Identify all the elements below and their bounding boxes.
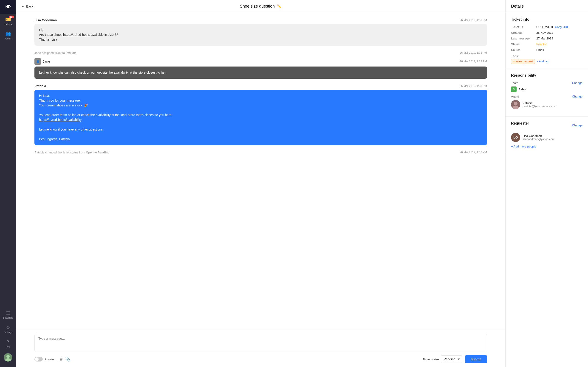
divider: | [57,357,57,361]
agent-email: patricia@bestcompany.com [523,105,556,108]
agent-info-wrap: Agent Patricia patricia@bestcompany.com [511,95,556,109]
requester-section: Requester Change LG Lisa Goodman lisagoo… [506,117,588,153]
back-label: Back [26,5,33,8]
reply-toolbar-right: Ticket status Pending Open Solved Submit [423,355,487,363]
change-team-button[interactable]: Change [572,81,582,85]
last-message-value: 27 Mar 2019 [536,37,553,40]
ticket-info-section: Ticket info Ticket ID: O21LI7VG1E Copy U… [506,13,588,69]
responsibility-title: Responsibility [511,73,582,77]
back-button[interactable]: ← Back [22,5,33,8]
system-message-text: Jane assigned ticket to Patricia [35,51,77,55]
reply-toolbar-left: Private | # 📎 [35,357,70,362]
ticket-status-label: Ticket status [423,358,439,361]
system-message: Jane assigned ticket to Patricia 26 Mar … [35,51,487,55]
team-icon: S [511,86,517,92]
ticket-title-text: Shoe size question [240,4,275,9]
tag-label: sales_request [516,60,533,63]
tickets-badge: 99+ [9,16,14,18]
sidebar-item-label-settings: Settings [4,331,12,334]
reply-textarea[interactable] [35,334,487,352]
message-author: 👤 Jane [35,58,50,65]
tags-section: Tags: × sales_request + Add tag [511,54,582,64]
system-message-time: 26 Mar 2019, 1:33 PM [460,151,487,154]
agent-row-wrap: Agent Patricia patricia@bestcompany.com [511,95,582,109]
tags-row: × sales_request + Add tag [511,59,582,64]
tag-remove-icon[interactable]: × [513,60,515,63]
submit-button[interactable]: Submit [465,355,487,363]
message-bubble-internal: Let her know she can also check on our w… [35,67,487,79]
back-arrow-icon: ← [22,5,25,8]
created-label: Created: [511,31,536,34]
help-icon: ? [7,339,9,344]
ticket-info-title: Ticket info [511,17,582,22]
message-time: 26 Mar 2019, 1:33 PM [460,84,487,88]
message-line: Hi, [39,28,43,32]
message-row: Patricia 26 Mar 2019, 1:33 PM Hi Lisa, T… [35,84,487,145]
requester-info: Lisa Goodman lisagoodman@yahoo.com [523,134,554,141]
change-requester-button[interactable]: Change [572,124,582,127]
info-row-id: Ticket ID: O21LI7VG1E Copy URL [511,25,582,29]
main-content: ← Back Shoe size question ✏️ Lisa Goodma… [16,0,505,367]
sidebar-item-label-subscribe: Subscribe [3,317,13,319]
system-message: Patricia changed the ticket status from … [35,151,487,154]
sidebar-item-tickets[interactable]: 99+ 🎫 Tickets [0,14,16,28]
tags-label: Tags: [511,54,519,58]
private-label: Private [44,358,54,361]
agent-name: Patricia [523,101,556,105]
system-message-time: 26 Mar 2019, 1:32 PM [460,51,487,55]
source-value: Email [536,48,544,52]
team-info: Team S Sales [511,81,526,92]
sidebar-item-settings[interactable]: ⚙ Settings [0,322,16,336]
requester-name-wrap: Lisa Goodman lisagoodman@yahoo.com [523,134,554,141]
sidebar-item-help[interactable]: ? Help [0,336,16,350]
sidebar-item-label-help: Help [6,345,10,348]
svg-point-4 [514,102,518,106]
sidebar-bottom: ☰ Subscribe ⚙ Settings ? Help [0,307,16,367]
status-label: Status: [511,42,536,46]
change-agent-button[interactable]: Change [572,95,582,98]
reply-toolbar: Private | # 📎 Ticket status Pending Open… [35,355,487,363]
right-panel: Details Ticket info Ticket ID: O21LI7VG1… [505,0,588,367]
message-row: 👤 Jane 26 Mar 2019, 1:32 PM Let her know… [35,58,487,79]
sidebar: HD 99+ 🎫 Tickets 👥 Agents ☰ Subscribe ⚙ … [0,0,16,367]
requester-name: Lisa Goodman [523,134,554,138]
message-link[interactable]: https://.../red-boots [63,33,90,36]
copy-url-button[interactable]: Copy URL [555,25,569,29]
edit-title-icon[interactable]: ✏️ [277,4,282,8]
team-badge: S Sales [511,86,526,92]
add-more-people-button[interactable]: + Add more people [511,145,536,148]
attachment-icon[interactable]: 📎 [65,357,70,362]
team-row: Team S Sales Change [511,81,582,92]
hashtag-icon[interactable]: # [60,357,62,362]
sidebar-item-agents[interactable]: 👥 Agents [0,28,16,43]
agent-icon: 👤 [35,58,41,65]
team-label: Team [511,81,526,85]
status-select-wrap: Ticket status Pending Open Solved [423,355,462,363]
agents-icon: 👥 [5,31,11,36]
private-toggle-wrap[interactable]: Private [35,357,54,361]
chat-area: Lisa Goodman 26 Mar 2019, 1:31 PM Hi, Ar… [16,13,505,330]
sidebar-item-label-agents: Agents [4,37,11,40]
responsibility-section: Responsibility Team S Sales Change Agent [506,69,588,117]
message-meta: Patricia 26 Mar 2019, 1:33 PM [35,84,487,88]
message-author: Lisa Goodman [35,18,57,22]
info-row-created: Created: 25 Nov 2018 [511,31,582,34]
agent-info: Patricia patricia@bestcompany.com [523,101,556,108]
last-message-label: Last message: [511,37,536,40]
add-tag-button[interactable]: + Add tag [537,60,548,63]
message-time: 26 Mar 2019, 1:31 PM [460,19,487,22]
message-time: 26 Mar 2019, 1:32 PM [460,60,487,63]
user-avatar-sidebar[interactable] [0,350,16,367]
requester-email: lisagoodman@yahoo.com [523,138,554,141]
private-toggle[interactable] [35,357,43,361]
reply-area: Private | # 📎 Ticket status Pending Open… [16,330,505,367]
sidebar-item-label-tickets: Tickets [4,23,11,25]
system-message-text: Patricia changed the ticket status from … [35,151,110,154]
agent-row: Patricia patricia@bestcompany.com [511,100,556,109]
message-bubble-reply: Hi Lisa, Thank you for your message. You… [35,90,487,145]
ticket-id-label: Ticket ID: [511,25,536,29]
status-dropdown[interactable]: Pending Open Solved [441,355,462,363]
info-row-source: Source: Email [511,48,582,52]
message-link[interactable]: https://.../red-boots/availability [39,118,82,122]
sidebar-item-subscribe[interactable]: ☰ Subscribe [0,307,16,322]
